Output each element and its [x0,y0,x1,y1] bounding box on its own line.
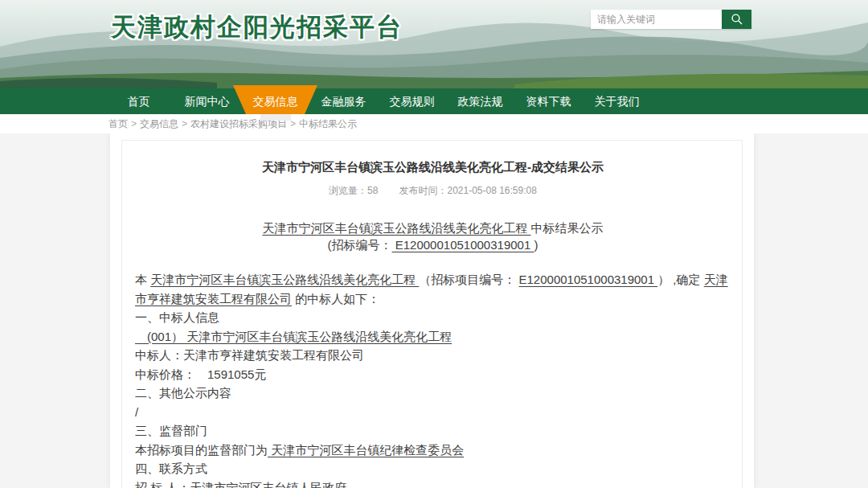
plain-text: 中标人：天津市亨祥建筑安装工程有限公司 [135,348,364,362]
article-title: 天津市宁河区丰台镇滨玉公路线沿线美化亮化工程-成交结果公示 [135,160,731,175]
main-area: 天津市宁河区丰台镇滨玉公路线沿线美化亮化工程-成交结果公示 浏览量：58发布时间… [0,133,868,488]
content-card: 天津市宁河区丰台镇滨玉公路线沿线美化亮化工程-成交结果公示 浏览量：58发布时间… [110,133,754,488]
bid-number-line: (招标编号： E1200001051000319001 ) [135,236,731,253]
article-line: 本 天津市宁河区丰台镇滨玉公路线沿线美化亮化工程 （招标项目编号： E12000… [135,270,731,308]
nav-item-label: 交易规则 [390,95,435,108]
underlined-text: (001） 天津市宁河区丰台镇滨玉公路线沿线美化亮化工程 [135,330,452,343]
nav-item-label: 交易信息 [253,95,298,108]
site-title: 天津政村企阳光招采平台 [111,10,403,44]
nav-item-label: 新闻中心 [185,95,230,108]
publish-time: 2021-05-08 16:59:08 [447,185,536,196]
plain-text: 四、联系方式 [135,461,207,475]
nav-item-label: 金融服务 [321,95,366,108]
plain-text: 招 标 人：天津市宁河区丰台镇人民政府 [135,481,346,488]
article-body: 本 天津市宁河区丰台镇滨玉公路线沿线美化亮化工程 （招标项目编号： E12000… [135,270,731,488]
article-line: / [135,403,731,422]
page: 天津政村企阳光招采平台 首页新闻中心交易信息金融服务交易规则政策法规资料下载关于… [0,0,868,488]
article-line: 本招标项目的监督部门为 天津市宁河区丰台镇纪律检查委员会 [135,441,731,460]
plain-text: 二、其他公示内容 [135,386,231,400]
nav-item[interactable]: 资料下载 [514,88,583,114]
article-line: (001） 天津市宁河区丰台镇滨玉公路线沿线美化亮化工程 [135,327,731,347]
nav-item-active[interactable]: 交易信息 [241,88,309,114]
plain-text: 本 [135,273,150,286]
article-line: 中标人：天津市亨祥建筑安装工程有限公司 [135,346,731,365]
plain-text: / [135,405,138,419]
article-box: 天津市宁河区丰台镇滨玉公路线沿线美化亮化工程-成交结果公示 浏览量：58发布时间… [121,140,743,488]
article-line: 三、监督部门 [135,421,731,441]
plain-text: 本招标项目的监督部门为 [135,443,268,457]
article-line: 四、联系方式 [135,459,731,478]
article-meta: 浏览量：58发布时间：2021-05-08 16:59:08 [135,184,731,198]
article-line: 招 标 人：天津市宁河区丰台镇人民政府 [135,478,731,488]
breadcrumb-separator: > [131,118,137,129]
views-count: 58 [367,185,378,196]
nav-item-label: 首页 [128,95,150,108]
plain-text: ） ,确定 [657,273,704,286]
article-line: 一、中标人信息 [135,308,731,327]
nav-item[interactable]: 首页 [104,88,173,114]
underlined-text: 天津市宁河区丰台镇滨玉公路线沿线美化亮化工程 [150,273,419,286]
search-input[interactable] [591,10,722,29]
article-line: 中标价格： 1591055元 [135,365,731,384]
plain-text: （招标项目编号： [419,273,518,286]
nav-item-label: 资料下载 [526,95,571,108]
article-line: 二、其他公示内容 [135,383,731,403]
result-heading: 天津市宁河区丰台镇滨玉公路线沿线美化亮化工程 中标结果公示 [135,219,731,236]
views-label: 浏览量： [329,185,367,196]
underlined-text: E1200001051000319001 [392,238,534,252]
site-header: 天津政村企阳光招采平台 [0,0,868,88]
search-button[interactable] [722,10,751,29]
publish-label: 发布时间： [399,185,447,196]
search-bar [591,10,751,29]
breadcrumb-trail: 首页>交易信息>农村建设招标采购项目>中标结果公示 [108,118,357,129]
underlined-text: E1200001051000319001 [519,273,658,286]
breadcrumb-link[interactable]: 首页 [108,118,128,129]
breadcrumb-link[interactable]: 中标结果公示 [299,118,357,129]
main-nav: 首页新闻中心交易信息金融服务交易规则政策法规资料下载关于我们 [0,88,868,114]
breadcrumb: 首页>交易信息>农村建设招标采购项目>中标结果公示 [0,114,868,133]
underlined-text: 天津市宁河区丰台镇滨玉公路线沿线美化亮化工程 [262,221,530,235]
nav-item[interactable]: 新闻中心 [173,88,241,114]
underlined-text: 天津市宁河区丰台镇纪律检查委员会 [268,443,464,457]
plain-text: 三、监督部门 [135,424,207,437]
plain-text: 中标价格： 1591055元 [135,367,266,381]
plain-text: ) [534,238,538,252]
search-icon [731,13,743,26]
breadcrumb-separator: > [290,118,296,129]
nav-item[interactable]: 政策法规 [446,88,514,114]
nav-item-label: 关于我们 [595,95,640,108]
breadcrumb-separator: > [182,118,187,129]
plain-text: (招标编号： [328,238,392,252]
plain-text: 的中标人如下： [292,292,379,306]
plain-text: 中标结果公示 [531,221,604,235]
nav-item[interactable]: 交易规则 [378,88,446,114]
nav-item[interactable]: 金融服务 [309,88,378,114]
nav-item[interactable]: 关于我们 [583,88,651,114]
nav-item-label: 政策法规 [458,95,503,108]
plain-text: 一、中标人信息 [135,310,219,324]
breadcrumb-link[interactable]: 交易信息 [140,118,178,129]
nav-list: 首页新闻中心交易信息金融服务交易规则政策法规资料下载关于我们 [0,88,868,114]
